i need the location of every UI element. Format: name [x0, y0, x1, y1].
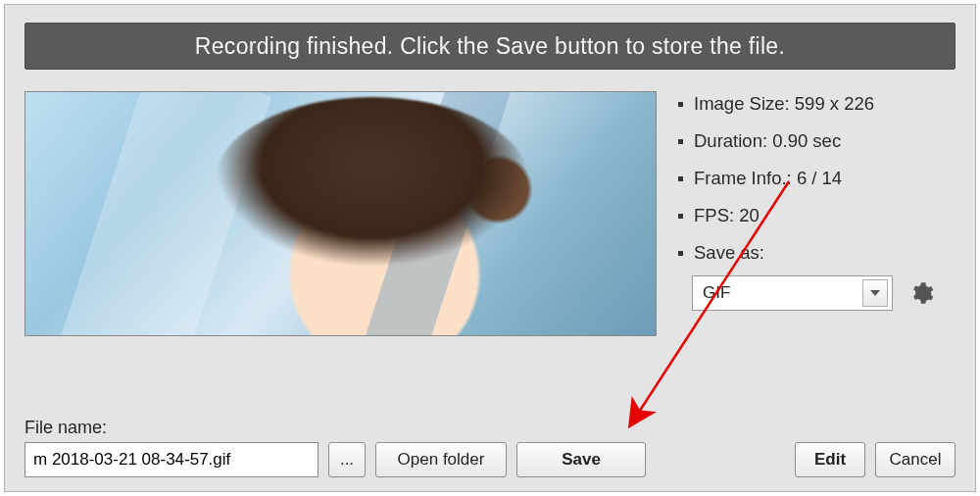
dialog-window: Recording finished. Click the Save butto…	[4, 4, 976, 492]
gear-icon	[908, 280, 934, 306]
recording-preview[interactable]	[24, 91, 657, 336]
settings-button[interactable]	[908, 280, 934, 306]
info-duration: Duration: 0.90 sec	[678, 130, 956, 152]
filename-label: File name:	[24, 418, 956, 438]
cancel-button[interactable]: Cancel	[875, 442, 956, 477]
info-panel: Image Size: 599 x 226 Duration: 0.90 sec…	[678, 91, 956, 336]
bottom-row: ... Open folder Save Edit Cancel	[24, 442, 956, 477]
info-frame: Frame Info.: 6 / 14	[678, 168, 956, 189]
save-button[interactable]: Save	[516, 442, 646, 477]
format-dropdown-button[interactable]	[862, 279, 888, 307]
format-dropdown[interactable]: GIF	[692, 275, 893, 311]
saveas-row: GIF	[692, 275, 956, 311]
open-folder-button[interactable]: Open folder	[375, 442, 507, 477]
info-image-size: Image Size: 599 x 226	[678, 93, 956, 115]
info-fps: FPS: 20	[678, 205, 956, 226]
browse-button[interactable]: ...	[328, 442, 366, 477]
info-saveas-label: Save as:	[678, 242, 956, 264]
bottom-bar: File name: ... Open folder Save Edit Can…	[24, 418, 956, 477]
status-banner: Recording finished. Click the Save butto…	[24, 23, 956, 70]
format-dropdown-value: GIF	[703, 283, 862, 303]
status-banner-text: Recording finished. Click the Save butto…	[195, 33, 785, 60]
chevron-down-icon	[870, 290, 880, 296]
content-area: Image Size: 599 x 226 Duration: 0.90 sec…	[24, 91, 956, 336]
info-list: Image Size: 599 x 226 Duration: 0.90 sec…	[678, 93, 956, 264]
filename-input[interactable]	[24, 442, 318, 477]
edit-button[interactable]: Edit	[795, 442, 865, 477]
